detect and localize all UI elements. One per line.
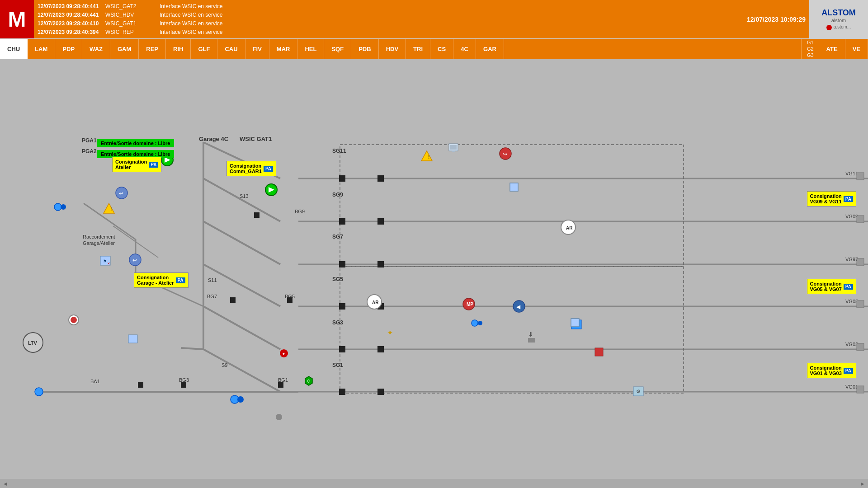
svg-rect-21: [339, 346, 345, 352]
nav-item-cs[interactable]: CS: [430, 39, 453, 59]
header: M 12/07/2023 09:28:40:441 WSIC_GAT2 Inte…: [0, 0, 868, 38]
svg-rect-0: [0, 59, 868, 488]
pga1-domain-text: Entrée/Sortie domaine : Libre: [101, 141, 170, 146]
alstom-sub2: a.stom...: [834, 24, 851, 29]
svg-text:PGA2: PGA2: [82, 148, 97, 155]
alert-time: 12/07/2023 09:28:40:410: [38, 20, 105, 27]
nav-sub-g1[interactable]: G1: [805, 39, 816, 46]
svg-text:VG05: VG05: [845, 299, 858, 304]
svg-rect-24: [377, 389, 384, 395]
alert-msg: Interface WSIC en service: [160, 3, 706, 9]
svg-rect-109: [450, 145, 457, 150]
alert-time: 12/07/2023 09:28:40:441: [38, 12, 105, 18]
nav-sub-g2[interactable]: G2: [805, 46, 816, 52]
nav-item-4c[interactable]: 4C: [453, 39, 476, 59]
pga1-domain-box[interactable]: Entrée/Sortie domaine : Libre: [97, 139, 174, 147]
alert-row: 12/07/2023 09:28:40:441 WSIC_HDV Interfa…: [38, 11, 706, 19]
alert-row: 12/07/2023 09:28:40:410 WSIC_GAT1 Interf…: [38, 20, 706, 28]
nav-item-gam[interactable]: GAM: [110, 39, 139, 59]
svg-text:WSIC GAT1: WSIC GAT1: [240, 136, 272, 142]
alert-time: 12/07/2023 09:28:40:441: [38, 3, 105, 9]
consign-comm-gar1-pa: PA: [264, 166, 273, 172]
nav-item-pdb[interactable]: PDB: [351, 39, 378, 59]
alert-row: 12/07/2023 09:28:40:441 WSIC_GAT2 Interf…: [38, 2, 706, 10]
consign-vg09-vg11-box[interactable]: Consignation VG09 & VG11 PA: [807, 191, 856, 206]
nav-item-ve[interactable]: VE: [845, 39, 868, 59]
nav-item-cau[interactable]: CAU: [217, 39, 245, 59]
svg-rect-117: [128, 335, 137, 343]
svg-text:!: !: [110, 207, 112, 212]
alert-code: WSIC_GAT2: [105, 3, 160, 9]
nav-item-rih[interactable]: RIH: [166, 39, 191, 59]
svg-point-78: [54, 203, 61, 211]
navbar: CHU LAM PDP WAZ GAM REP RIH GLF CAU FIV …: [0, 38, 868, 59]
svg-rect-25: [254, 212, 259, 218]
nav-item-glf[interactable]: GLF: [191, 39, 217, 59]
svg-text:S9: S9: [222, 362, 227, 368]
consign-atelier-box[interactable]: Consignation Atelier PA: [112, 157, 161, 172]
svg-text:SG11: SG11: [332, 148, 346, 154]
nav-item-chu[interactable]: CHU: [0, 39, 28, 59]
alert-time: 12/07/2023 09:28:40:394: [38, 29, 105, 35]
consign-garage-atelier-box[interactable]: Consignation Garage - Atelier PA: [134, 272, 189, 288]
svg-rect-57: [857, 386, 864, 393]
svg-text:SG5: SG5: [332, 276, 343, 282]
nav-item-hdv[interactable]: HDV: [379, 39, 406, 59]
svg-text:BA1: BA1: [90, 379, 100, 384]
svg-rect-22: [377, 346, 384, 352]
nav-item-fiv[interactable]: FIV: [245, 39, 269, 59]
svg-text:⬇: ⬇: [528, 331, 533, 338]
svg-text:⚙: ⚙: [636, 389, 641, 394]
consign-vg01-vg03-text: Consignation VG01 & VG03: [810, 365, 842, 376]
svg-rect-114: [595, 348, 603, 356]
alstom-status-dot: [826, 25, 832, 30]
horizontal-scrollbar[interactable]: ◀ ▶: [0, 479, 868, 488]
pga2-domain-text: Entrée/Sortie domaine : Libre: [101, 151, 170, 157]
svg-rect-28: [181, 382, 186, 388]
svg-text:↩: ↩: [119, 190, 123, 197]
consign-comm-gar1-box[interactable]: Consignation Comm_GAR1 PA: [226, 161, 276, 176]
consign-vg09-vg11-text: Consignation VG09 & VG11: [810, 193, 842, 204]
svg-text:AR: AR: [372, 300, 379, 305]
svg-point-82: [472, 320, 478, 326]
nav-item-ate[interactable]: ATE: [819, 39, 845, 59]
svg-text:!: !: [428, 155, 429, 160]
consign-vg05-vg07-box[interactable]: Consignation VG05 & VG07 PA: [807, 279, 856, 294]
alstom-dot-row: a.stom...: [826, 23, 851, 30]
consign-vg01-vg03-box[interactable]: Consignation VG01 & VG03 PA: [807, 363, 856, 378]
nav-item-sqf[interactable]: SQF: [324, 39, 351, 59]
alert-row: 12/07/2023 09:28:40:394 WSIC_REP Interfa…: [38, 28, 706, 36]
logo-area: M: [0, 0, 34, 38]
alstom-sub: alstom: [831, 18, 846, 23]
datetime-display: 12/07/2023 10:09:29: [747, 16, 806, 23]
svg-point-83: [478, 321, 482, 325]
svg-text:Garage 4C: Garage 4C: [199, 136, 229, 142]
svg-text:PGA1: PGA1: [82, 137, 97, 144]
nav-item-hel[interactable]: HEL: [297, 39, 324, 59]
nav-sub-g3[interactable]: G3: [805, 52, 816, 58]
svg-text:BG7: BG7: [207, 294, 217, 299]
svg-text:BG9: BG9: [295, 209, 305, 214]
svg-rect-18: [377, 261, 384, 267]
svg-rect-29: [138, 382, 143, 388]
svg-rect-23: [339, 389, 345, 395]
svg-point-119: [276, 414, 282, 420]
consign-atelier-text: Consignation Atelier: [115, 159, 147, 170]
nav-item-waz[interactable]: WAZ: [82, 39, 110, 59]
nav-item-gar[interactable]: GAR: [476, 39, 504, 59]
nav-right: G1 G2 G3 ATE VE: [801, 39, 868, 59]
alert-code: WSIC_GAT1: [105, 20, 160, 27]
alstom-brand-area: ALSTOM alstom a.stom...: [809, 0, 868, 38]
nav-item-rep[interactable]: REP: [139, 39, 166, 59]
nav-item-mar[interactable]: MAR: [269, 39, 298, 59]
svg-text:↪: ↪: [503, 151, 507, 157]
svg-rect-110: [452, 150, 455, 152]
nav-item-pdp[interactable]: PDP: [55, 39, 82, 59]
nav-item-lam[interactable]: LAM: [28, 39, 55, 59]
nav-item-tri[interactable]: TRI: [406, 39, 430, 59]
consign-garage-atelier-text: Consignation Garage - Atelier: [137, 275, 174, 286]
svg-text:MP: MP: [467, 302, 473, 307]
svg-text:S11: S11: [208, 277, 217, 283]
svg-text:VG03: VG03: [845, 342, 858, 347]
alert-msg: Interface WSIC en service: [160, 29, 706, 35]
